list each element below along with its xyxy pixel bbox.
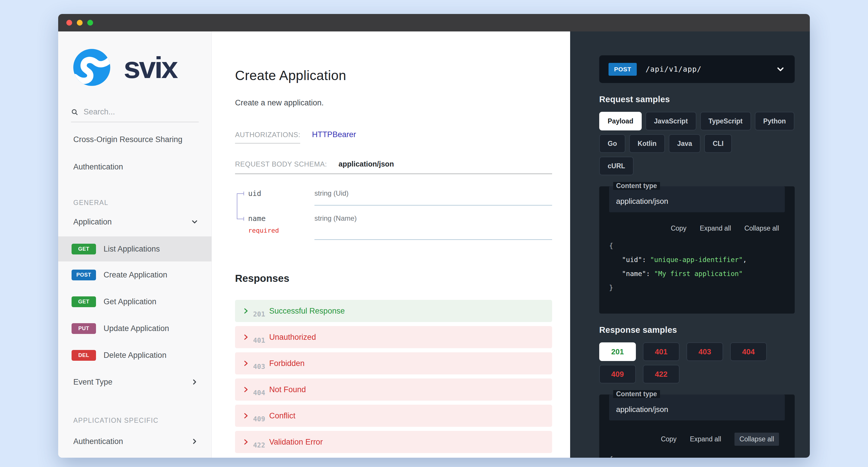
response-row-404[interactable]: 404 Not Found xyxy=(235,379,552,401)
endpoint-label: Delete Application xyxy=(103,351,166,360)
response-code: 409 xyxy=(253,412,265,426)
collapse-all-button[interactable]: Collapse all xyxy=(735,433,779,446)
tab-go[interactable]: Go xyxy=(599,134,625,153)
sidebar-endpoint-create-application[interactable]: POST Create Application xyxy=(58,261,212,288)
endpoint-label: Create Application xyxy=(103,270,167,280)
code-line: "name": "My first application" xyxy=(609,267,785,281)
sidebar-endpoint-update-application[interactable]: PUT Update Application xyxy=(58,315,212,342)
minimize-window-button[interactable] xyxy=(77,20,83,26)
response-row-422[interactable]: 422 Validation Error xyxy=(235,431,552,453)
sidebar-endpoint-delete-application[interactable]: DEL Delete Application xyxy=(58,342,212,369)
method-badge-put: PUT xyxy=(71,323,96,334)
request-json-code: { "uid": "unique-app-identifier", "name"… xyxy=(609,239,785,295)
endpoint-label: Update Application xyxy=(103,324,169,333)
code-toolbar: Copy Expand all Collapse all xyxy=(609,433,785,446)
status-button-201[interactable]: 201 xyxy=(599,342,636,361)
code-line: } xyxy=(609,281,785,295)
field-required-flag: required xyxy=(248,227,314,234)
chevron-right-icon xyxy=(243,360,249,367)
endpoint-label: Get Application xyxy=(103,297,156,306)
content-type-box[interactable]: Content type application/json xyxy=(609,186,785,212)
status-button-409[interactable]: 409 xyxy=(599,365,636,383)
tab-curl[interactable]: cURL xyxy=(599,157,633,175)
sidebar-item-application[interactable]: Application xyxy=(58,215,212,229)
response-row-201[interactable]: 201 Successful Response xyxy=(235,300,552,322)
status-button-404[interactable]: 404 xyxy=(730,342,767,361)
chevron-right-icon xyxy=(190,437,199,445)
tab-python[interactable]: Python xyxy=(755,112,795,130)
method-badge-post: POST xyxy=(71,270,96,281)
schema-field-name: name required string (Name) xyxy=(235,206,552,240)
tab-javascript[interactable]: JavaScript xyxy=(646,112,696,130)
httpbearer-link[interactable]: HTTPBearer xyxy=(312,130,356,139)
content-type-value: application/json xyxy=(616,405,778,414)
responses-list: 201 Successful Response 401 Unauthorized… xyxy=(235,300,552,453)
authorizations-label: AUTHORIZATIONS: xyxy=(235,131,300,144)
copy-button[interactable]: Copy xyxy=(661,435,677,443)
sidebar-endpoint-list-applications[interactable]: GET List Applications xyxy=(58,236,212,261)
chevron-right-icon xyxy=(243,439,249,445)
sidebar-item-authentication-specific[interactable]: Authentication xyxy=(58,428,212,455)
code-line: "uid": "unique-app-identifier", xyxy=(609,253,785,267)
sidebar-item-event-type[interactable]: Event Type xyxy=(58,369,212,396)
method-badge-get: GET xyxy=(71,244,96,255)
response-status-buttons: 201 401 403 404 409 422 xyxy=(599,342,795,383)
page-title: Create Application xyxy=(235,67,552,83)
collapse-all-button[interactable]: Collapse all xyxy=(744,225,779,232)
status-button-401[interactable]: 401 xyxy=(643,342,680,361)
logo[interactable]: svix xyxy=(73,49,212,86)
expand-all-button[interactable]: Expand all xyxy=(700,225,731,232)
sidebar-item-cors[interactable]: Cross-Origin Resource Sharing xyxy=(58,133,212,146)
main-content: Create Application Create a new applicat… xyxy=(212,31,570,458)
response-row-403[interactable]: 403 Forbidden xyxy=(235,352,552,374)
window-titlebar xyxy=(58,14,810,31)
field-name: name xyxy=(248,214,314,223)
response-samples-heading: Response samples xyxy=(599,325,795,335)
tab-payload[interactable]: Payload xyxy=(599,112,642,130)
schema-tree-line xyxy=(237,193,244,194)
tab-typescript[interactable]: TypeScript xyxy=(700,112,751,130)
schema-field-uid: uid string (Uid) xyxy=(235,186,552,206)
sidebar-item-label: Application xyxy=(73,217,112,227)
zoom-window-button[interactable] xyxy=(87,20,93,26)
content-type-label: Content type xyxy=(613,390,660,398)
field-type: string (Uid) xyxy=(314,189,552,197)
close-window-button[interactable] xyxy=(66,20,72,26)
authorizations-row: AUTHORIZATIONS: HTTPBearer xyxy=(235,130,552,144)
tab-cli[interactable]: CLI xyxy=(704,134,732,153)
sidebar-section-application-specific: APPLICATION SPECIFIC xyxy=(58,416,212,425)
request-sample-card: Content type application/json Copy Expan… xyxy=(599,186,795,314)
response-row-409[interactable]: 409 Conflict xyxy=(235,405,552,427)
response-code: 201 xyxy=(253,307,265,321)
content-type-box[interactable]: Content type application/json xyxy=(609,395,785,420)
tab-kotlin[interactable]: Kotlin xyxy=(629,134,665,153)
request-body-schema-row: REQUEST BODY SCHEMA: application/json xyxy=(235,160,552,174)
response-label: Forbidden xyxy=(269,359,305,368)
field-name: uid xyxy=(248,189,314,198)
request-sample-tabs: Payload JavaScript TypeScript Python Go … xyxy=(599,112,795,175)
response-label: Validation Error xyxy=(269,438,323,447)
request-body-schema-value: application/json xyxy=(339,160,394,168)
request-samples-heading: Request samples xyxy=(599,95,795,104)
endpoint-selector[interactable]: POST /api/v1/app/ xyxy=(599,55,795,83)
response-sample-card: Content type application/json Copy Expan… xyxy=(599,395,795,458)
status-button-403[interactable]: 403 xyxy=(686,342,723,361)
chevron-right-icon xyxy=(190,378,199,386)
schema-tree-line xyxy=(237,218,244,219)
code-toolbar: Copy Expand all Collapse all xyxy=(609,225,785,232)
sidebar-item-authentication[interactable]: Authentication xyxy=(58,160,212,174)
search-input[interactable] xyxy=(84,108,199,116)
response-row-401[interactable]: 401 Unauthorized xyxy=(235,326,552,348)
search-icon xyxy=(71,108,78,116)
search-box[interactable] xyxy=(71,108,199,122)
tab-java[interactable]: Java xyxy=(669,134,701,153)
sidebar-endpoint-get-application[interactable]: GET Get Application xyxy=(58,288,212,315)
response-label: Not Found xyxy=(269,385,306,394)
sidebar-item-label: Authentication xyxy=(73,437,123,446)
copy-button[interactable]: Copy xyxy=(671,225,686,232)
expand-all-button[interactable]: Expand all xyxy=(690,435,721,443)
chevron-down-icon xyxy=(775,64,785,74)
schema-tree-line xyxy=(244,217,244,221)
logo-wordmark: svix xyxy=(124,52,177,83)
status-button-422[interactable]: 422 xyxy=(643,365,680,383)
